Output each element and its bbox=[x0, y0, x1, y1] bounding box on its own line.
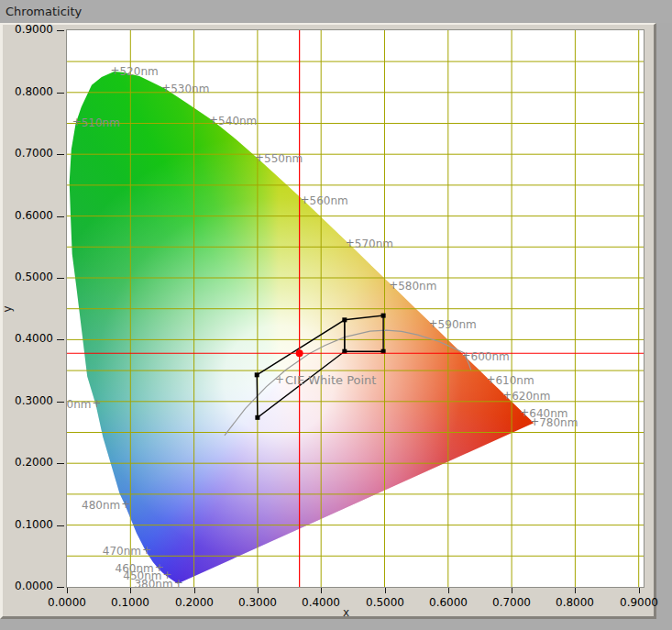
wavelength-marker-490nm: + bbox=[92, 397, 101, 410]
bin-vertex-marker bbox=[255, 372, 259, 377]
wavelength-marker-520nm: + bbox=[110, 64, 119, 77]
y-tick-0.1000 bbox=[57, 525, 64, 526]
wavelength-marker-550nm: + bbox=[255, 151, 264, 164]
wavelength-label-590nm: 590nm bbox=[438, 318, 477, 331]
y-tick-label-0.1000: 0.1000 bbox=[4, 518, 53, 531]
wavelength-label-470nm: 470nm bbox=[103, 545, 141, 558]
wavelength-label-610nm: 610nm bbox=[495, 374, 534, 387]
wavelength-label-550nm: 550nm bbox=[264, 152, 303, 165]
x-tick-label-0.1000: 0.1000 bbox=[101, 596, 160, 609]
wavelength-marker-620nm: + bbox=[502, 389, 512, 402]
x-tick-0.0000 bbox=[67, 588, 68, 593]
x-tick-0.1000 bbox=[130, 588, 131, 593]
wavelength-label-560nm: 560nm bbox=[310, 194, 348, 207]
x-tick-0.9000 bbox=[639, 588, 640, 593]
y-axis-title: y bbox=[1, 305, 14, 312]
wavelength-label-620nm: 620nm bbox=[512, 390, 550, 403]
y-tick-0.6000 bbox=[57, 216, 64, 217]
y-tick-0.2000 bbox=[57, 463, 64, 464]
wavelength-marker-480nm: + bbox=[121, 498, 130, 511]
wavelength-marker-570nm: + bbox=[346, 237, 355, 249]
y-tick-0.7000 bbox=[57, 154, 64, 155]
y-tick-0.4000 bbox=[57, 339, 64, 340]
x-tick-label-0.6000: 0.6000 bbox=[419, 596, 478, 609]
y-tick-label-0.8000: 0.8000 bbox=[4, 85, 53, 98]
y-tick-label-0.9000: 0.9000 bbox=[4, 23, 53, 36]
wavelength-marker-510nm: + bbox=[72, 116, 82, 128]
y-tick-label-0.2000: 0.2000 bbox=[4, 456, 53, 469]
wavelength-marker-780nm: + bbox=[530, 415, 539, 428]
bin-vertex-marker bbox=[381, 314, 386, 318]
wavelength-label-380nm: 380nm bbox=[134, 578, 172, 587]
wavelength-marker-580nm: + bbox=[389, 279, 398, 292]
wavelength-label-510nm: 510nm bbox=[82, 116, 120, 129]
wavelength-marker-470nm: + bbox=[142, 544, 151, 557]
wavelength-label-540nm: 540nm bbox=[218, 115, 257, 127]
y-tick-0.9000 bbox=[57, 30, 64, 31]
color-bin-quad bbox=[257, 320, 345, 418]
wavelength-label-780nm: 780nm bbox=[539, 416, 578, 429]
wavelength-label-520nm: 520nm bbox=[119, 65, 158, 78]
cie-white-point-marker: + bbox=[275, 373, 284, 386]
wavelength-marker-600nm: + bbox=[462, 349, 471, 362]
wavelength-label-580nm: 580nm bbox=[398, 280, 436, 293]
y-tick-label-0.0000: 0.0000 bbox=[4, 580, 53, 592]
y-tick-label-0.3000: 0.3000 bbox=[4, 394, 53, 407]
x-tick-label-0.2000: 0.2000 bbox=[165, 596, 224, 609]
x-tick-0.2000 bbox=[194, 588, 195, 593]
y-tick-label-0.5000: 0.5000 bbox=[4, 271, 53, 283]
y-tick-0.8000 bbox=[57, 93, 64, 94]
measurement-point bbox=[296, 349, 303, 357]
x-tick-label-0.9000: 0.9000 bbox=[610, 596, 668, 609]
wavelength-label-490nm: 490nm bbox=[67, 398, 91, 411]
color-bin-quad bbox=[345, 315, 383, 351]
x-tick-label-0.3000: 0.3000 bbox=[228, 596, 287, 609]
wavelength-marker-640nm: + bbox=[520, 406, 529, 419]
y-tick-0.3000 bbox=[57, 402, 64, 403]
plot-area[interactable]: +520nm+530nm+510nm+540nm+550nm+560nm+570… bbox=[67, 30, 644, 587]
y-tick-label-0.7000: 0.7000 bbox=[4, 147, 53, 160]
x-tick-label-0.7000: 0.7000 bbox=[482, 596, 541, 609]
wavelength-marker-380nm: + bbox=[174, 577, 183, 587]
y-tick-0.0000 bbox=[57, 587, 64, 588]
x-tick-label-0.8000: 0.8000 bbox=[545, 596, 604, 609]
x-tick-0.4000 bbox=[321, 588, 322, 593]
x-tick-label-0.0000: 0.0000 bbox=[38, 596, 96, 609]
wavelength-marker-540nm: + bbox=[209, 114, 218, 127]
wavelength-label-570nm: 570nm bbox=[355, 238, 393, 250]
x-tick-0.6000 bbox=[448, 588, 449, 593]
chart-overlay bbox=[67, 30, 644, 587]
x-tick-label-0.5000: 0.5000 bbox=[356, 596, 414, 609]
bin-vertex-marker bbox=[255, 415, 259, 420]
x-tick-0.8000 bbox=[575, 588, 576, 593]
window-title: Chromaticity bbox=[0, 0, 672, 23]
y-tick-label-0.6000: 0.6000 bbox=[4, 209, 53, 222]
x-tick-label-0.4000: 0.4000 bbox=[292, 596, 350, 609]
x-tick-0.7000 bbox=[512, 588, 512, 593]
y-tick-0.5000 bbox=[57, 278, 64, 279]
wavelength-marker-610nm: + bbox=[486, 373, 495, 386]
wavelength-marker-590nm: + bbox=[429, 317, 438, 330]
wavelength-label-530nm: 530nm bbox=[171, 83, 209, 95]
cie-white-point-label: CIE White Point bbox=[285, 373, 376, 387]
x-tick-0.3000 bbox=[258, 588, 259, 593]
wavelength-label-480nm: 480nm bbox=[82, 499, 120, 512]
wavelength-marker-560nm: + bbox=[301, 193, 310, 206]
y-tick-label-0.4000: 0.4000 bbox=[4, 332, 53, 345]
x-tick-0.5000 bbox=[385, 588, 386, 593]
wavelength-label-600nm: 600nm bbox=[471, 350, 510, 363]
wavelength-marker-530nm: + bbox=[161, 82, 171, 94]
